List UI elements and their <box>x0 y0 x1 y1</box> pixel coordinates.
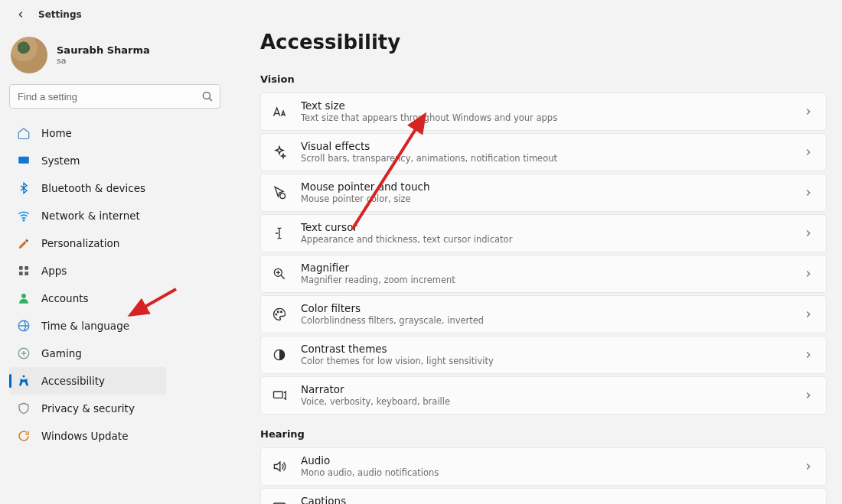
card-sub: Mono audio, audio notifications <box>301 467 789 479</box>
page-title: Accessibility <box>260 31 827 54</box>
card-title: Audio <box>301 454 789 467</box>
card-color-filters[interactable]: Color filtersColorblindness filters, gra… <box>260 295 827 333</box>
card-title: Color filters <box>301 302 789 314</box>
svg-point-3 <box>23 219 24 221</box>
chevron-right-icon <box>803 461 814 472</box>
card-sub: Color themes for low vision, light sensi… <box>301 356 789 367</box>
sidebar-item-label: System <box>41 154 80 167</box>
magnifier-icon <box>272 266 287 281</box>
system-icon <box>17 154 31 167</box>
palette-icon <box>272 307 287 322</box>
card-sub: Colorblindness filters, grayscale, inver… <box>301 315 789 327</box>
sidebar-item-label: Accessibility <box>41 375 105 387</box>
chevron-right-icon <box>803 350 814 360</box>
app-title: Settings <box>38 9 82 20</box>
profile-name: Saurabh Sharma <box>57 44 150 56</box>
svg-rect-19 <box>274 392 283 398</box>
sidebar-item-system[interactable]: System <box>9 147 166 174</box>
sidebar-item-label: Personalization <box>41 237 119 249</box>
sidebar: Settings Saurabh Sharma sa Home System <box>0 0 230 504</box>
home-icon <box>17 126 31 140</box>
wifi-icon <box>17 209 31 223</box>
card-title: Magnifier <box>301 262 789 274</box>
sidebar-item-apps[interactable]: Apps <box>9 257 166 285</box>
card-text-size[interactable]: Text sizeText size that appears througho… <box>260 93 827 131</box>
svg-line-1 <box>209 98 212 101</box>
chevron-right-icon <box>803 147 814 158</box>
svg-line-14 <box>281 275 285 279</box>
person-icon <box>17 291 31 305</box>
svg-point-12 <box>280 193 286 199</box>
cursor-icon <box>272 185 287 200</box>
sidebar-item-time-language[interactable]: Time & language <box>9 312 166 340</box>
svg-point-0 <box>203 92 210 99</box>
card-title: Contrast themes <box>301 343 789 355</box>
card-narrator[interactable]: NarratorVoice, verbosity, keyboard, brai… <box>260 376 827 415</box>
avatar <box>11 37 47 73</box>
sidebar-item-privacy[interactable]: Privacy & security <box>9 395 166 422</box>
sparkle-icon <box>272 145 287 160</box>
sidebar-item-gaming[interactable]: Gaming <box>9 340 166 367</box>
svg-rect-7 <box>24 272 28 275</box>
card-captions[interactable]: CaptionsStyles, live captions <box>260 488 827 504</box>
svg-point-11 <box>23 376 25 378</box>
card-sub: Mouse pointer color, size <box>301 193 789 205</box>
bluetooth-icon <box>17 181 31 195</box>
sidebar-item-windows-update[interactable]: Windows Update <box>9 422 166 450</box>
profile-block[interactable]: Saurabh Sharma sa <box>11 37 220 73</box>
back-button[interactable] <box>14 8 28 21</box>
card-contrast-themes[interactable]: Contrast themesColor themes for low visi… <box>260 336 827 374</box>
captions-icon <box>272 499 287 504</box>
sidebar-item-label: Network & internet <box>41 210 140 222</box>
chevron-right-icon <box>803 390 814 401</box>
card-text-cursor[interactable]: Text cursorAppearance and thickness, tex… <box>260 214 827 252</box>
card-title: Captions <box>301 495 789 504</box>
svg-rect-4 <box>19 266 23 270</box>
card-visual-effects[interactable]: Visual effectsScroll bars, transparency,… <box>260 133 827 171</box>
chevron-right-icon <box>803 187 814 198</box>
search-icon <box>201 89 214 103</box>
sidebar-item-bluetooth[interactable]: Bluetooth & devices <box>9 174 166 202</box>
section-label-vision: Vision <box>260 73 827 85</box>
sidebar-item-accessibility[interactable]: Accessibility <box>9 367 166 395</box>
brush-icon <box>17 236 31 250</box>
card-audio[interactable]: AudioMono audio, audio notifications <box>260 447 827 486</box>
card-mouse-pointer[interactable]: Mouse pointer and touchMouse pointer col… <box>260 174 827 212</box>
sidebar-item-label: Apps <box>41 265 67 277</box>
card-title: Narrator <box>301 383 789 395</box>
card-sub: Voice, verbosity, keyboard, braille <box>301 396 789 408</box>
svg-rect-2 <box>18 157 29 164</box>
svg-rect-6 <box>19 272 23 275</box>
sidebar-item-label: Privacy & security <box>41 402 135 415</box>
sidebar-item-network[interactable]: Network & internet <box>9 202 166 229</box>
arrow-left-icon <box>15 9 26 20</box>
svg-point-16 <box>278 311 279 313</box>
sidebar-item-label: Bluetooth & devices <box>41 182 145 194</box>
chevron-right-icon <box>803 106 814 117</box>
text-cursor-icon <box>272 226 287 241</box>
update-icon <box>17 429 31 443</box>
speaker-icon <box>272 459 287 474</box>
section-label-hearing: Hearing <box>260 428 827 440</box>
sidebar-item-personalization[interactable]: Personalization <box>9 229 166 257</box>
main: Accessibility Vision Text sizeText size … <box>230 0 842 504</box>
sidebar-item-label: Windows Update <box>41 430 128 442</box>
sidebar-item-accounts[interactable]: Accounts <box>9 285 166 312</box>
clock-globe-icon <box>17 319 31 333</box>
card-sub: Appearance and thickness, text cursor in… <box>301 234 789 245</box>
card-sub: Text size that appears throughout Window… <box>301 112 789 124</box>
card-title: Text size <box>301 99 789 112</box>
card-sub: Magnifier reading, zoom increment <box>301 275 789 286</box>
sidebar-item-label: Gaming <box>41 347 82 359</box>
profile-email: sa <box>57 56 150 66</box>
card-title: Visual effects <box>301 140 789 152</box>
card-magnifier[interactable]: MagnifierMagnifier reading, zoom increme… <box>260 255 827 293</box>
accessibility-icon <box>17 374 31 388</box>
search-input[interactable] <box>9 84 220 109</box>
narrator-icon <box>272 388 287 403</box>
svg-point-15 <box>276 314 277 315</box>
apps-icon <box>17 264 31 278</box>
chevron-right-icon <box>803 228 814 239</box>
shield-icon <box>17 402 31 415</box>
sidebar-item-home[interactable]: Home <box>9 119 166 147</box>
